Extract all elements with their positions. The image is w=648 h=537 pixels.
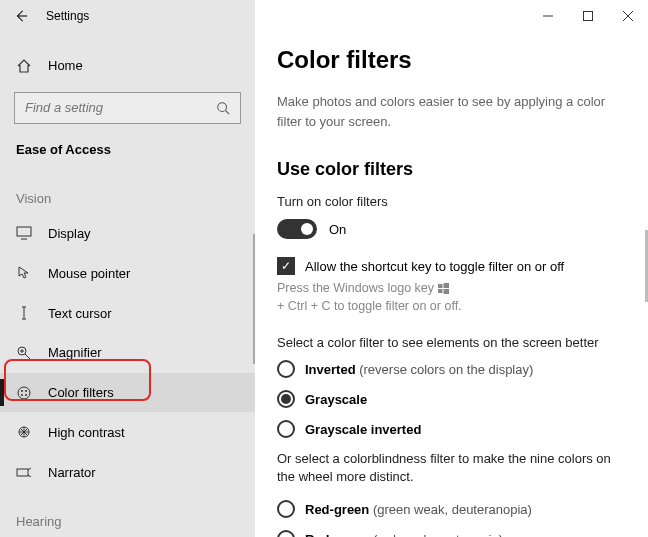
mouse-icon (16, 265, 32, 281)
svg-rect-11 (438, 284, 443, 288)
search-input[interactable] (25, 100, 216, 115)
main-panel: Color filters Make photos and colors eas… (255, 0, 648, 537)
radio-redgreen-deuter[interactable]: Red-green (green weak, deuteranopia) (277, 500, 626, 518)
search-wrap (0, 84, 255, 124)
svg-point-7 (25, 394, 27, 396)
nav-label: Mouse pointer (48, 266, 130, 281)
svg-point-6 (21, 394, 23, 396)
or-text: Or select a colorblindness filter to mak… (277, 450, 617, 486)
windows-key-icon (438, 283, 449, 294)
subcategory-vision: Vision (0, 169, 255, 214)
svg-rect-14 (444, 289, 450, 294)
shortcut-hint: Press the Windows logo key + Ctrl + C to… (277, 281, 626, 313)
sidebar-item-mouse[interactable]: Mouse pointer (0, 253, 255, 293)
sidebar-item-magnifier[interactable]: Magnifier (0, 333, 255, 373)
page-description: Make photos and colors easier to see by … (277, 92, 617, 131)
nav-label: Narrator (48, 465, 96, 480)
search-box[interactable] (14, 92, 241, 124)
colorfilters-icon (16, 385, 32, 401)
radio-grayscale-inverted[interactable]: Grayscale inverted (277, 420, 626, 438)
sidebar-item-display[interactable]: Display (0, 214, 255, 254)
svg-rect-9 (17, 469, 28, 476)
sidebar-item-colorfilters[interactable]: Color filters (0, 373, 255, 413)
sidebar: Settings Home Ease of Access Vision Disp… (0, 0, 255, 537)
svg-rect-10 (584, 12, 593, 21)
sidebar-item-highcontrast[interactable]: High contrast (0, 412, 255, 452)
nav-label: Display (48, 226, 91, 241)
app-title: Settings (46, 9, 89, 23)
select-filter-label: Select a color filter to see elements on… (277, 335, 626, 350)
highcontrast-icon (16, 424, 32, 440)
page-title: Color filters (277, 46, 626, 74)
home-label: Home (48, 58, 83, 73)
titlebar-left: Settings (0, 0, 255, 32)
radio-inverted[interactable]: Inverted (reverse colors on the display) (277, 360, 626, 378)
svg-point-0 (218, 102, 227, 111)
svg-point-3 (18, 387, 30, 399)
subcategory-hearing: Hearing (0, 492, 255, 537)
nav-label: Color filters (48, 385, 114, 400)
nav-label: Text cursor (48, 306, 112, 321)
shortcut-checkbox[interactable]: ✓ (277, 257, 295, 275)
nav-label: High contrast (48, 425, 125, 440)
textcursor-icon (16, 305, 32, 321)
svg-rect-13 (438, 289, 443, 293)
close-button[interactable] (608, 0, 648, 32)
svg-point-5 (25, 390, 27, 392)
narrator-icon (16, 464, 32, 480)
sidebar-item-textcursor[interactable]: Text cursor (0, 293, 255, 333)
svg-point-4 (21, 390, 23, 392)
toggle-row: On (277, 219, 626, 239)
minimize-button[interactable] (528, 0, 568, 32)
sidebar-item-narrator[interactable]: Narrator (0, 452, 255, 492)
toggle-state: On (329, 222, 346, 237)
display-icon (16, 226, 32, 240)
svg-rect-12 (444, 283, 450, 288)
svg-rect-1 (17, 227, 31, 236)
search-icon (216, 101, 230, 115)
category-header: Ease of Access (0, 124, 255, 169)
content: Color filters Make photos and colors eas… (255, 32, 648, 537)
toggle-label: Turn on color filters (277, 194, 626, 209)
back-button[interactable] (14, 9, 28, 23)
color-filters-toggle[interactable] (277, 219, 317, 239)
home-nav[interactable]: Home (0, 48, 255, 84)
maximize-button[interactable] (568, 0, 608, 32)
checkbox-label: Allow the shortcut key to toggle filter … (305, 259, 564, 274)
radio-redgreen-protan[interactable]: Red-green (red weak, protanopia) (277, 530, 626, 537)
radio-grayscale[interactable]: Grayscale (277, 390, 626, 408)
home-icon (16, 58, 32, 74)
section-use-filters: Use color filters (277, 159, 626, 180)
shortcut-checkbox-row: ✓ Allow the shortcut key to toggle filte… (277, 257, 626, 275)
magnifier-icon (16, 345, 32, 361)
nav-label: Magnifier (48, 345, 101, 360)
titlebar-right (255, 0, 648, 32)
